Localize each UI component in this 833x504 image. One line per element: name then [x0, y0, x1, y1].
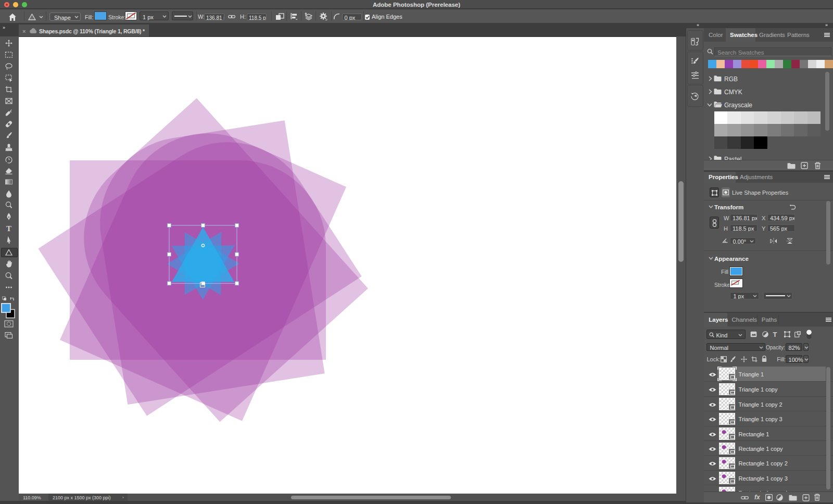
svg-text:T: T — [6, 224, 11, 233]
